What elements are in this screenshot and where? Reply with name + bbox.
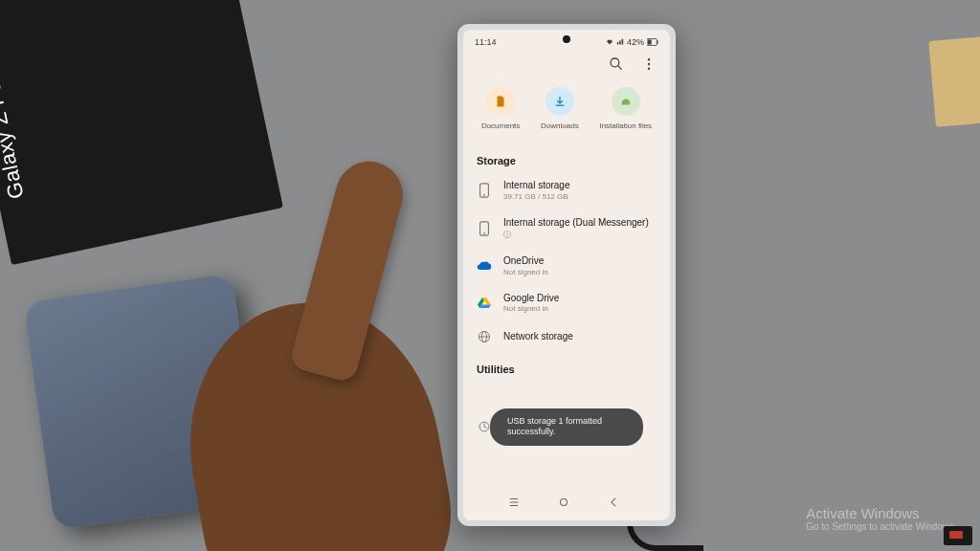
battery-icon — [647, 38, 658, 46]
svg-point-6 — [648, 63, 650, 65]
status-time: 11:14 — [475, 37, 497, 47]
storage-item-network[interactable]: Network storage — [477, 321, 657, 352]
svg-point-7 — [648, 68, 650, 70]
back-icon — [607, 496, 620, 509]
product-box-text: Galaxy Z Fold6 — [0, 0, 30, 201]
section-title-utilities: Utilities — [477, 364, 657, 375]
category-label: Downloads — [541, 121, 579, 130]
category-row: Documents Downloads Installation files — [463, 77, 670, 147]
svg-line-4 — [618, 66, 622, 70]
search-icon — [609, 56, 624, 72]
list-item-subtitle: Not signed in — [503, 304, 657, 314]
product-box: Galaxy Z Fold6 — [0, 0, 283, 265]
home-icon — [557, 496, 570, 509]
list-item-subtitle: 39.71 GB / 512 GB — [503, 192, 657, 202]
camera-punch-hole — [563, 35, 570, 43]
phone-storage-icon — [477, 183, 492, 198]
phone-screen: 11:14 42% Documents — [463, 30, 670, 520]
app-bar — [463, 51, 670, 77]
section-title-storage: Storage — [477, 155, 657, 166]
svg-point-11 — [483, 232, 485, 234]
category-installation-files[interactable]: Installation files — [599, 87, 652, 130]
network-icon — [477, 329, 492, 344]
svg-point-3 — [611, 58, 619, 67]
signal-icon — [616, 38, 624, 46]
list-item-title: Network storage — [503, 331, 657, 343]
watermark-title: Activate Windows — [806, 505, 957, 521]
list-item-title: Internal storage (Dual Messenger) — [503, 217, 657, 230]
info-icon: ⓘ — [503, 231, 657, 240]
list-item-title: Google Drive — [503, 293, 657, 305]
document-icon — [486, 87, 515, 116]
category-downloads[interactable]: Downloads — [541, 87, 579, 130]
battery-percentage: 42% — [627, 37, 644, 47]
apk-icon — [612, 87, 640, 116]
list-item-title: OneDrive — [503, 255, 657, 268]
category-label: Installation files — [599, 121, 652, 130]
storage-section: Storage Internal storage 39.71 GB / 512 … — [463, 147, 670, 356]
navigation-bar — [463, 490, 670, 515]
storage-item-internal[interactable]: Internal storage 39.71 GB / 512 GB — [477, 172, 657, 209]
category-documents[interactable]: Documents — [481, 87, 520, 130]
onedrive-icon — [477, 258, 492, 274]
list-item-subtitle: Not signed in — [503, 268, 657, 277]
svg-rect-2 — [657, 40, 657, 43]
svg-point-5 — [648, 58, 650, 60]
status-indicators: 42% — [606, 37, 658, 47]
phone-storage-icon — [477, 221, 492, 236]
download-icon — [546, 87, 574, 116]
search-button[interactable] — [609, 56, 624, 72]
google-drive-icon — [477, 296, 492, 311]
nav-back-button[interactable] — [607, 496, 626, 509]
storage-item-google-drive[interactable]: Google Drive Not signed in — [477, 285, 657, 322]
nav-home-button[interactable] — [557, 496, 576, 509]
channel-logo — [944, 526, 972, 545]
storage-item-onedrive[interactable]: OneDrive Not signed in — [477, 248, 657, 285]
phone-frame: 11:14 42% Documents — [457, 24, 676, 526]
svg-point-9 — [483, 194, 485, 196]
list-item-title: Internal storage — [503, 180, 657, 192]
more-menu-button[interactable] — [641, 56, 657, 72]
svg-point-19 — [561, 499, 568, 506]
recents-icon — [507, 496, 521, 509]
wifi-icon — [606, 38, 613, 46]
windows-activation-watermark: Activate Windows Go to Settings to activ… — [806, 505, 957, 532]
storage-item-dual-messenger[interactable]: Internal storage (Dual Messenger) ⓘ — [477, 209, 657, 249]
wood-block — [928, 35, 980, 127]
watermark-subtitle: Go to Settings to activate Windows. — [806, 521, 957, 532]
nav-recents-button[interactable] — [507, 496, 526, 509]
toast-notification: USB storage 1 formatted successfully. — [490, 408, 643, 446]
category-label: Documents — [481, 121, 520, 130]
svg-rect-1 — [648, 39, 652, 44]
more-vertical-icon — [641, 56, 657, 72]
